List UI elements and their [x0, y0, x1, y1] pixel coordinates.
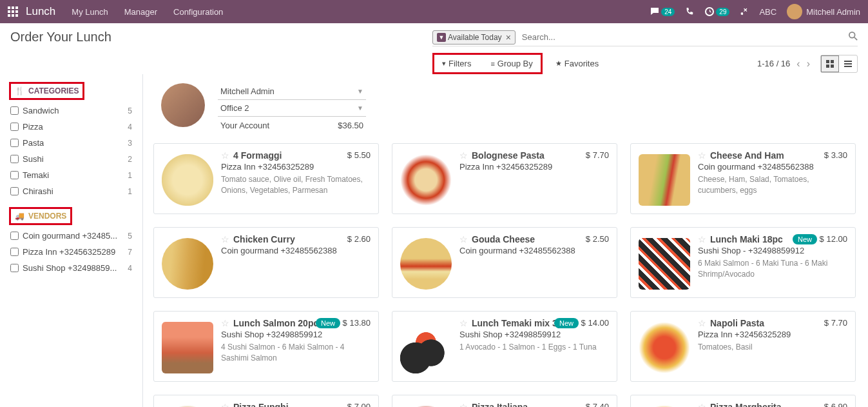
nav-my-lunch[interactable]: My Lunch [72, 7, 108, 17]
kanban-view-button[interactable] [821, 55, 839, 72]
new-badge: New [316, 318, 340, 328]
product-card[interactable]: New $ 12.00 ☆ Lunch Maki 18pc Sushi Shop… [630, 227, 856, 298]
user-menu[interactable]: Mitchell Admin [787, 4, 860, 19]
sidebar-category-item[interactable]: Pizza4 [9, 119, 133, 135]
product-title: Lunch Maki 18pc [710, 234, 783, 244]
favorites-button[interactable]: ★Favorites [549, 56, 605, 71]
product-vendor: Sushi Shop - +32498859912 [698, 246, 847, 255]
vendor-checkbox[interactable] [10, 232, 19, 240]
product-price: New $ 12.00 [790, 234, 847, 244]
favorite-star-icon[interactable]: ☆ [698, 234, 706, 244]
product-card[interactable]: $ 5.50 ☆ 4 Formaggi Pizza Inn +324563252… [153, 143, 379, 214]
groupby-button[interactable]: ≡Group By [484, 56, 539, 71]
product-price: $ 2.50 [586, 234, 609, 244]
vendor-checkbox[interactable] [10, 248, 19, 256]
svg-rect-6 [844, 61, 852, 62]
product-title: Bolognese Pasta [472, 150, 545, 161]
location-select[interactable]: Office 2▼ [218, 100, 366, 117]
product-card[interactable]: New $ 14.00 ☆ Lunch Temaki mix 3pc Sushi… [392, 311, 617, 382]
pager-next[interactable]: › [807, 58, 810, 70]
phone-icon[interactable] [685, 7, 694, 16]
category-label: Temaki [23, 170, 49, 180]
filters-button[interactable]: ▾Filters [436, 56, 477, 71]
facet-remove-icon[interactable]: × [506, 32, 511, 43]
search-input[interactable] [519, 30, 849, 45]
product-image [400, 238, 452, 290]
sidebar-category-item[interactable]: Pasta3 [9, 135, 133, 151]
favorite-star-icon[interactable]: ☆ [698, 318, 706, 328]
page-title: Order Your Lunch [10, 30, 111, 45]
sidebar-vendor-item[interactable]: Coin gourmand +32485...5 [9, 228, 133, 244]
product-vendor: Coin gourmand +32485562388 [698, 162, 847, 172]
category-label: Sushi [23, 154, 44, 164]
category-count: 2 [128, 155, 132, 164]
debug-icon[interactable] [740, 7, 749, 16]
category-checkbox[interactable] [10, 123, 19, 131]
product-card[interactable]: $ 7.00 ☆ Pizza Funghi Pizza Inn +3245632… [153, 395, 379, 407]
apps-icon[interactable] [8, 6, 18, 17]
product-image [639, 154, 690, 206]
categories-icon: 🍴 [15, 86, 24, 95]
search-bar[interactable]: ▼ Available Today × [432, 30, 858, 46]
product-card[interactable]: $ 7.70 ☆ Napoli Pasta Pizza Inn +3245632… [630, 311, 856, 382]
product-title: Lunch Salmon 20pc [233, 318, 318, 328]
sidebar-category-item[interactable]: Sushi2 [9, 151, 133, 167]
product-card[interactable]: $ 2.50 ☆ Gouda Cheese Coin gourmand +324… [392, 227, 617, 298]
sidebar-vendor-item[interactable]: Sushi Shop +32498859...4 [9, 260, 133, 276]
category-label: Sandwich [23, 106, 59, 115]
favorite-star-icon[interactable]: ☆ [459, 150, 468, 161]
product-card[interactable]: $ 2.60 ☆ Chicken Curry Coin gourmand +32… [153, 227, 379, 298]
svg-rect-8 [844, 66, 852, 67]
pager: 1-16 / 16 ‹ › [757, 58, 810, 70]
product-card[interactable]: $ 7.40 ☆ Pizza Italiana Pizza Inn +32456… [392, 395, 617, 407]
favorite-star-icon[interactable]: ☆ [221, 150, 229, 161]
nav-manager[interactable]: Manager [124, 7, 157, 17]
favorite-star-icon[interactable]: ☆ [698, 150, 706, 161]
nav-links: My Lunch Manager Configuration [72, 7, 650, 17]
favorite-star-icon[interactable]: ☆ [221, 234, 229, 244]
favorite-star-icon[interactable]: ☆ [221, 318, 229, 328]
product-price: $ 2.60 [347, 234, 371, 244]
sidebar-category-item[interactable]: Chirashi1 [9, 183, 133, 199]
category-checkbox[interactable] [10, 106, 19, 115]
product-vendor: Coin gourmand +32485562388 [459, 246, 609, 255]
product-card[interactable]: $ 7.70 ☆ Bolognese Pasta Pizza Inn +3245… [392, 143, 617, 214]
category-checkbox[interactable] [10, 171, 19, 179]
user-select[interactable]: Mitchell Admin▼ [218, 83, 366, 100]
product-card[interactable]: $ 3.30 ☆ Cheese And Ham Coin gourmand +3… [630, 143, 856, 214]
product-card[interactable]: $ 6.90 ☆ Pizza Margherita Pizza Inn +324… [630, 395, 856, 407]
search-icon[interactable] [849, 32, 858, 43]
search-facet[interactable]: ▼ Available Today × [432, 30, 516, 45]
svg-rect-3 [831, 60, 834, 63]
category-checkbox[interactable] [10, 155, 19, 163]
list-view-button[interactable] [839, 55, 857, 72]
product-price: $ 7.70 [586, 150, 609, 160]
favorite-star-icon[interactable]: ☆ [459, 318, 468, 328]
vendor-checkbox[interactable] [10, 264, 19, 272]
avatar [787, 4, 802, 19]
sidebar-vendor-item[interactable]: Pizza Inn +324563252897 [9, 244, 133, 260]
product-description: Tomatoes, Basil [698, 342, 847, 353]
sidebar-category-item[interactable]: Sandwich5 [9, 103, 133, 119]
favorite-star-icon[interactable]: ☆ [698, 402, 706, 407]
messaging-icon[interactable]: 24 [650, 6, 675, 17]
favorite-star-icon[interactable]: ☆ [459, 402, 468, 407]
vendors-icon: 🚚 [15, 212, 24, 221]
svg-line-1 [854, 37, 857, 40]
category-checkbox[interactable] [10, 139, 19, 147]
sidebar-category-item[interactable]: Temaki1 [9, 167, 133, 183]
product-title: Pizza Funghi [233, 402, 289, 407]
activities-icon[interactable]: 29 [704, 6, 729, 17]
nav-configuration[interactable]: Configuration [173, 7, 223, 17]
pager-prev[interactable]: ‹ [796, 58, 800, 70]
product-image [162, 238, 213, 290]
vendors-header: 🚚 VENDORS [11, 209, 70, 223]
product-vendor: Sushi Shop +32498859912 [221, 330, 371, 339]
pager-value[interactable]: 1-16 / 16 [757, 59, 790, 68]
favorite-star-icon[interactable]: ☆ [459, 234, 468, 244]
app-title[interactable]: Lunch [26, 5, 55, 18]
category-checkbox[interactable] [10, 187, 19, 195]
company-switcher[interactable]: ABC [759, 7, 776, 17]
favorite-star-icon[interactable]: ☆ [221, 402, 229, 407]
product-card[interactable]: New $ 13.80 ☆ Lunch Salmon 20pc Sushi Sh… [153, 311, 379, 382]
